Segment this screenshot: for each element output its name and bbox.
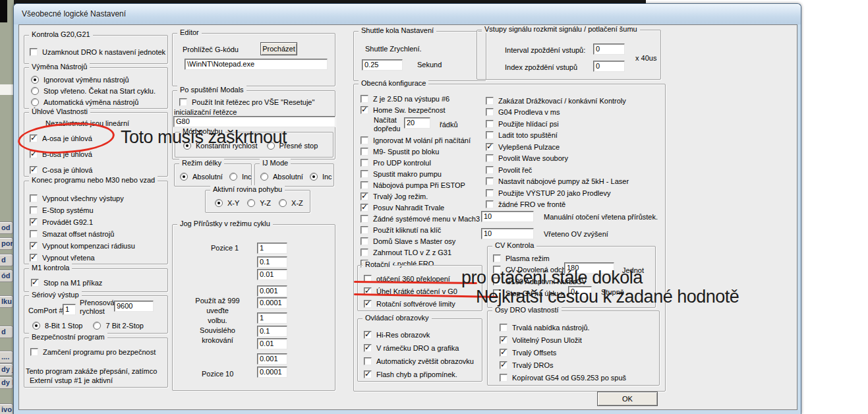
background-button-fragment[interactable]: lku [0,295,13,308]
checkbox-option[interactable]: Použít kliknutí na klíč [361,224,480,235]
checkbox-option[interactable]: Zakázat Drážkovací / konkávní Kontroly [486,95,629,106]
checkbox-icon[interactable] [493,254,501,262]
lookahead-field[interactable]: 20 [404,117,430,129]
checkbox-option[interactable]: Flash chyb a připomínek. [364,369,482,380]
radio-option[interactable]: X-Y [215,197,239,208]
checkbox-icon[interactable] [361,159,368,167]
jog-increment-field[interactable]: 1 [257,312,287,324]
checkbox-icon[interactable] [486,154,494,162]
shuttle-accel-field[interactable]: 0.25 [362,59,403,71]
checkbox-icon[interactable] [361,249,368,256]
checkbox-option[interactable]: Zahrnout TLO v Z z G31 [361,247,480,258]
checkbox-option[interactable]: Úhel Krátké otáčení v G0 [364,285,482,297]
checkbox-option[interactable]: Kopírovat G54 od G59.253 po spuš [500,372,659,383]
checkbox-icon[interactable] [486,200,494,208]
checkbox-icon[interactable] [361,237,368,245]
checkbox-icon[interactable] [361,136,368,144]
radio-icon[interactable] [183,142,191,150]
radio-icon[interactable] [310,173,318,181]
checkbox-option[interactable]: Volitelný Posun Uložit [500,334,659,345]
checkbox-option[interactable]: Nastavit nábojové pumpy až 5kH - Laser [486,176,629,187]
checkbox-option[interactable]: V rámečku DRO a grafika [364,342,482,353]
checkbox-option[interactable]: Trvalá nabídka nástrojů. [500,322,659,333]
checkbox-option[interactable]: Hi-Res obrazovk [364,329,482,340]
checkbox-option[interactable]: Smazat offset nástrojů [30,228,167,239]
checkbox-option[interactable]: Povolit Wave soubory [486,153,629,164]
checkbox-icon[interactable] [486,108,494,116]
checkbox-option[interactable]: A-osa je úhlová [30,133,167,144]
radio-icon[interactable] [32,322,40,330]
radio-icon[interactable] [215,199,223,207]
jog-increment-field[interactable]: 0.01 [257,338,287,349]
checkbox-option[interactable]: Pro UDP kontrolul [361,157,480,168]
init-string-field[interactable]: G80 [173,116,335,127]
editor-path-field[interactable]: \WinNT\Notepad.exe [185,59,328,70]
checkbox-icon[interactable] [361,215,368,223]
checkbox-icon[interactable] [493,289,501,297]
checkbox-icon[interactable] [486,189,494,197]
checkbox-icon[interactable] [30,230,38,238]
background-button-fragment[interactable]: dy j [0,363,13,376]
checkbox-option[interactable]: Automaticky zvětšit obrazovku [364,355,482,367]
radio-option[interactable]: X-Z [279,197,303,208]
background-button-fragment[interactable]: ód [0,270,13,282]
checkbox-option[interactable]: Home Sw. bezpečnost [361,104,449,115]
checkbox-option[interactable]: Zamčení programu pro bezpečnost [30,346,167,357]
checkbox-icon[interactable] [493,266,501,274]
checkbox-option[interactable]: Stop na M1 příkaz [31,277,167,288]
checkbox-option[interactable]: Nábojová pumpa Při ESTOP [361,179,480,191]
checkbox-icon[interactable] [486,120,494,128]
radio-icon[interactable] [180,173,188,181]
checkbox-option[interactable]: Použijte VÝSTUP 20 jako Prodlevy [486,187,629,198]
checkbox-icon[interactable] [30,242,38,250]
checkbox-plasma[interactable]: Plasma režim [493,252,550,264]
checkbox-option[interactable]: Rotační softvérové limity [364,298,482,309]
checkbox-icon[interactable] [30,206,38,214]
background-button-fragment[interactable]: d [0,326,13,338]
checkbox-option[interactable]: Uzamknout DRO k nastavení jednotek [30,46,167,57]
checkbox-option[interactable]: otáčení 360 překlopení [364,273,482,284]
checkbox-icon[interactable] [364,331,372,339]
cv-tolerance-field[interactable]: 180 [564,262,614,274]
checkbox-option[interactable]: Domů Slave s Master osy [361,235,480,247]
background-button-fragment[interactable]: od [0,222,13,234]
checkbox-icon[interactable] [500,349,507,357]
interval-delay-field[interactable]: 0 [593,44,625,55]
checkbox-option[interactable]: Použijte hlídací psi [486,118,629,129]
checkbox-icon[interactable] [364,300,372,308]
radio-option[interactable]: Inc [229,171,252,182]
dialog-titlebar[interactable]: Všeobecné logické Nastavení [14,4,801,24]
checkbox-icon[interactable] [361,181,368,189]
jog-increment-field[interactable]: 0.001 [257,353,287,365]
browse-button[interactable]: Procházet [260,42,297,55]
radio-option[interactable]: Automatická výměna nástrojů [31,96,167,107]
radio-icon[interactable] [279,199,287,207]
checkbox-option[interactable]: Ladit toto spuštění [486,130,629,141]
checkbox-option[interactable]: Trvalý Offsets [500,347,659,358]
checkbox-icon[interactable] [30,134,38,142]
jog-increment-field[interactable]: 1 [257,243,287,254]
radio-option[interactable]: Stop vřeteno. Čekat na Start cyklu. [31,85,167,96]
radio-icon[interactable] [267,142,275,150]
jog-increment-field[interactable]: 0.1 [257,326,287,337]
checkbox-option[interactable]: G04 Prodleva v ms [486,107,629,118]
checkbox-icon[interactable] [500,361,507,369]
checkbox-icon[interactable] [500,324,507,332]
radio-icon[interactable] [93,322,101,330]
checkbox-icon[interactable] [364,370,372,378]
checkbox-icon[interactable] [500,374,507,382]
radio-icon[interactable] [31,87,39,95]
spindle-ov-field[interactable]: 10 [481,228,534,239]
checkbox-icon[interactable] [361,226,368,234]
radio-icon[interactable] [260,173,268,181]
background-button-fragment[interactable]: .... [0,351,13,363]
jog-increment-field[interactable]: 0.0001 [257,367,287,378]
checkbox-icon[interactable] [486,177,494,185]
checkbox-icon[interactable] [31,279,39,287]
comport-field[interactable]: 1 [63,304,76,315]
checkbox-icon[interactable] [361,148,368,156]
radio-option[interactable]: Inc [310,171,332,182]
checkbox-option[interactable]: Provádět G92.1 [30,216,167,227]
checkbox-option[interactable]: Z je 2.5D na výstupu #6 [361,93,449,104]
background-button-fragment[interactable]: ivo [0,403,13,414]
